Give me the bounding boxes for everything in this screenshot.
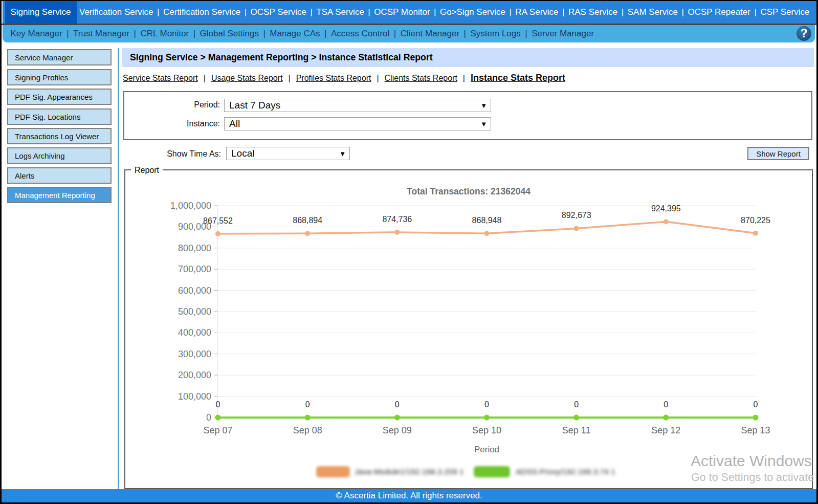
- svg-text:100,000: 100,000: [178, 391, 211, 402]
- svg-text:0: 0: [754, 400, 758, 409]
- svg-text:Sep 11: Sep 11: [562, 425, 591, 435]
- svg-text:Sep 08: Sep 08: [293, 425, 322, 435]
- svg-text:0: 0: [305, 400, 310, 409]
- svg-text:200,000: 200,000: [178, 370, 211, 380]
- svg-text:0: 0: [484, 400, 489, 409]
- svg-text:0: 0: [206, 412, 211, 423]
- svg-text:800,000: 800,000: [178, 243, 211, 253]
- svg-text:867,552: 867,552: [203, 216, 233, 225]
- svg-text:600,000: 600,000: [178, 286, 211, 296]
- svg-text:Total Transactions: 21362044: Total Transactions: 21362044: [407, 186, 530, 196]
- svg-text:0: 0: [216, 400, 220, 409]
- svg-text:300,000: 300,000: [178, 349, 211, 359]
- svg-text:1,000,000: 1,000,000: [170, 201, 211, 211]
- svg-text:Sep 12: Sep 12: [651, 425, 680, 435]
- svg-text:Sep 10: Sep 10: [472, 425, 501, 435]
- svg-text:0: 0: [395, 400, 400, 409]
- svg-text:874,736: 874,736: [382, 215, 412, 224]
- svg-text:870,225: 870,225: [741, 216, 770, 225]
- svg-text:0: 0: [574, 400, 579, 409]
- svg-text:0: 0: [664, 400, 668, 409]
- svg-text:Sep 07: Sep 07: [203, 425, 232, 435]
- svg-text:924,395: 924,395: [651, 204, 681, 213]
- svg-text:500,000: 500,000: [178, 306, 211, 317]
- svg-text:Sep 09: Sep 09: [383, 425, 412, 435]
- svg-text:Period: Period: [474, 445, 499, 454]
- svg-text:700,000: 700,000: [178, 264, 211, 274]
- svg-text:Sep 13: Sep 13: [741, 425, 770, 435]
- svg-text:868,948: 868,948: [472, 216, 502, 225]
- svg-text:400,000: 400,000: [178, 327, 211, 338]
- svg-text:892,673: 892,673: [562, 211, 591, 220]
- svg-text:868,894: 868,894: [293, 216, 322, 225]
